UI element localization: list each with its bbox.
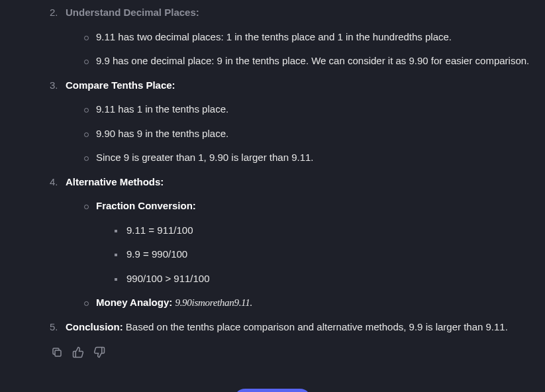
sub-list: 9.11 has 1 in the tenths place. 9.90 has…	[66, 102, 532, 166]
step-title: Conclusion:	[66, 321, 123, 332]
step-title: Alternative Methods:	[66, 176, 164, 187]
list-item: 9.9 = 990/100	[115, 247, 532, 262]
sub-list: 9.11 has two decimal places: 1 in the te…	[66, 30, 532, 69]
fraction-title: Fraction Conversion:	[96, 200, 196, 211]
step-2: Understand Decimal Places: 9.11 has two …	[50, 5, 532, 69]
new-chat-container: New chat	[0, 389, 545, 392]
message-content: Understand Decimal Places: 9.11 has two …	[0, 5, 545, 358]
list-item: 9.90 has 9 in the tenths place.	[84, 126, 532, 142]
step-5: Conclusion: Based on the tenths place co…	[50, 320, 532, 335]
list-item: Fraction Conversion: 9.11 = 911/100 9.9 …	[84, 199, 532, 286]
math-expression: 9.90ismorethan9.11.	[175, 297, 252, 308]
list-item: 9.11 has 1 in the tenths place.	[84, 102, 532, 117]
step-title: Understand Decimal Places:	[66, 7, 199, 18]
conclusion-text: Based on the tenths place comparison and…	[126, 321, 508, 332]
copy-icon[interactable]	[51, 346, 63, 358]
svg-rect-0	[55, 350, 61, 356]
list-item: 990/100 > 911/100	[115, 271, 532, 287]
new-chat-button[interactable]: New chat	[234, 389, 311, 392]
list-item: 9.11 has two decimal places: 1 in the te…	[84, 30, 532, 45]
sub-list: Fraction Conversion: 9.11 = 911/100 9.9 …	[66, 199, 532, 311]
list-item: 9.9 has one decimal place: 9 in the tent…	[84, 54, 532, 69]
list-item: Money Analogy: 9.90ismorethan9.11.	[84, 295, 532, 311]
step-3: Compare Tenths Place: 9.11 has 1 in the …	[50, 78, 532, 166]
money-title: Money Analogy:	[96, 297, 172, 308]
ordered-list: Understand Decimal Places: 9.11 has two …	[50, 5, 532, 334]
nested-list: 9.11 = 911/100 9.9 = 990/100 990/100 > 9…	[96, 223, 532, 287]
message-actions	[50, 346, 532, 358]
step-4: Alternative Methods: Fraction Conversion…	[50, 175, 532, 311]
thumbs-up-icon[interactable]	[72, 346, 84, 358]
thumbs-down-icon[interactable]	[93, 346, 105, 358]
money-math-text: 9.90ismorethan9.11.	[175, 297, 252, 308]
list-item: Since 9 is greater than 1, 9.90 is large…	[84, 150, 532, 166]
step-title: Compare Tenths Place:	[66, 79, 175, 91]
list-item: 9.11 = 911/100	[115, 223, 532, 238]
